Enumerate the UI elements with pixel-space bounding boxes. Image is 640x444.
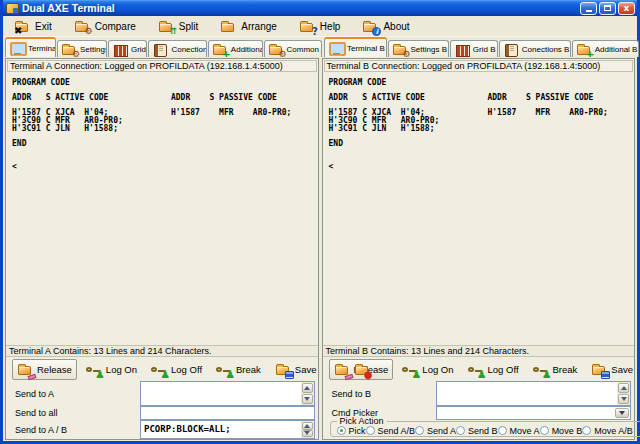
radio-label: Move A — [510, 426, 540, 436]
tab-terminal-a[interactable]: Terminal A — [5, 37, 56, 57]
cmd-picker-dropdown-button[interactable] — [615, 408, 629, 418]
cmd-picker-input[interactable] — [436, 406, 632, 420]
maximize-icon — [604, 5, 611, 11]
send-to-all-label: Send to all — [6, 406, 140, 420]
radio-label: Move B — [552, 426, 583, 436]
window-title: Dual AXE Terminal — [22, 1, 578, 15]
key-on-icon: ♟ — [402, 362, 419, 377]
log-off-a-button[interactable]: ♟Log Off — [146, 359, 207, 380]
folder-plus-icon: + — [576, 42, 593, 57]
tab-conections-b[interactable]: Conections B — [499, 40, 571, 57]
folder-save-icon: ▪ — [275, 362, 292, 377]
scroll-up-button[interactable] — [302, 422, 313, 430]
send-to-b-input[interactable] — [436, 381, 632, 406]
tab-grid-b[interactable]: Grid B — [450, 40, 498, 57]
save-a-button[interactable]: ▪Save — [270, 359, 322, 380]
scroll-up-button[interactable] — [302, 383, 313, 393]
minimize-button[interactable] — [580, 2, 597, 15]
terminal-a-contains-status: Terminal A Contains: 13 Lines and 214 Ch… — [6, 345, 318, 357]
radio-circle-move-b — [540, 426, 549, 435]
pick-action-groupbox: Pick Action PickSend A/BSend ASend BMove… — [330, 421, 640, 437]
scroll-down-button[interactable] — [302, 430, 313, 438]
scroll-down-button[interactable] — [302, 394, 313, 404]
break-a-button-label: Break — [236, 364, 261, 375]
input-value: PCORP:BLOCK=ALL; — [144, 424, 231, 434]
split-button-label: Split — [179, 21, 198, 32]
key-on-icon: ♟ — [86, 362, 103, 377]
radio-pick[interactable]: Pick — [337, 426, 366, 436]
tab-label: Terminal A — [28, 44, 56, 53]
title-bar[interactable]: Dual AXE Terminal x — [3, 0, 637, 16]
log-on-a-button[interactable]: ♟Log On — [81, 359, 142, 380]
tab-grid-a[interactable]: Grid A — [108, 40, 147, 57]
tab-terminal-b[interactable]: Terminal B — [324, 37, 387, 57]
compare-button-label: Compare — [95, 21, 136, 32]
folder-save-icon: ▪ — [591, 362, 608, 377]
terminal-a-panel: Terminal A Connection: Logged on PROFILD… — [5, 58, 319, 440]
terminal-a-send-rows: Send to ASend to allSend to A / BPCORP:B… — [6, 381, 318, 439]
tab-conections-a[interactable]: Conections A — [148, 40, 206, 57]
grid-icon — [454, 42, 471, 57]
tab-settings-a[interactable]: ⚙Settings A — [57, 40, 107, 57]
tab-additional-a[interactable]: +Additional A — [208, 40, 263, 57]
radio-send-a-b[interactable]: Send A/B — [366, 426, 416, 436]
scroll-down-button[interactable] — [618, 394, 629, 404]
log-on-b-button[interactable]: ♟Log On — [397, 359, 458, 380]
key-break-icon: ♟ — [216, 362, 233, 377]
log-off-b-button[interactable]: ♟Log Off — [463, 359, 524, 380]
tab-settings-b[interactable]: ⚙Settings B — [388, 40, 449, 57]
folder-plus-icon: + — [212, 42, 229, 57]
radio-circle-move-a-b — [582, 426, 591, 435]
radio-circle-pick — [337, 426, 346, 435]
tab-common-ab[interactable]: ⚙Common A/B — [264, 40, 322, 57]
tab-additional-b[interactable]: +Additional B — [572, 40, 639, 57]
save-b-button[interactable]: ▪Save — [586, 359, 638, 380]
save-b-button-label: Save — [611, 364, 633, 375]
radio-send-b[interactable]: Send B — [456, 426, 498, 436]
send-to-a-label: Send to A — [6, 381, 140, 406]
compare-button[interactable]: ⚙Compare — [69, 17, 141, 36]
scroll-down-icon — [304, 431, 310, 438]
release-a-button[interactable]: ▪Release — [12, 359, 77, 380]
folder-x-icon: ✖ — [14, 19, 31, 34]
app-window: Dual AXE Terminal x ✖Exit⚙Compare⇈SplitA… — [0, 0, 640, 444]
break-b-button-label: Break — [553, 364, 578, 375]
radio-send-a[interactable]: Send A — [415, 426, 456, 436]
break-a-button[interactable]: ♟Break — [211, 359, 266, 380]
terminal-a-output[interactable]: PROGRAM CODE ADDR S ACTIVE CODE ADDR S P… — [6, 73, 318, 345]
send-to-all-input[interactable] — [140, 406, 315, 420]
scrollbar[interactable] — [301, 382, 314, 405]
tab-strip-a: Terminal A⚙Settings AGrid AConections A+… — [5, 37, 323, 57]
radio-circle-send-a — [415, 426, 424, 435]
folder-help-icon: ? — [299, 19, 316, 34]
break-b-button[interactable]: ♟Break — [528, 359, 583, 380]
scrollbar[interactable] — [617, 382, 630, 405]
radio-move-a[interactable]: Move A — [498, 426, 540, 436]
scroll-up-button[interactable] — [618, 383, 629, 393]
scrollbar[interactable] — [301, 421, 314, 438]
split-button[interactable]: ⇈Split — [153, 17, 203, 36]
chevron-down-icon — [619, 411, 625, 418]
folder-plain-icon — [220, 19, 237, 34]
folder-info-icon: i — [362, 19, 379, 34]
send-row-send-to-all: Send to all — [6, 406, 318, 420]
radio-move-a-b[interactable]: Move A/B — [582, 426, 633, 436]
tab-label: Common A/B — [287, 45, 322, 54]
book-icon — [503, 42, 520, 57]
send-to-a-b-input[interactable]: PCORP:BLOCK=ALL; — [140, 420, 315, 439]
close-button[interactable]: x — [618, 2, 635, 15]
about-button[interactable]: iAbout — [357, 17, 414, 36]
terminal-b-output[interactable]: PROGRAM CODE ADDR S ACTIVE CODE ADDR S P… — [323, 73, 635, 345]
exit-button[interactable]: ✖Exit — [9, 17, 57, 36]
send-to-a-input[interactable] — [140, 381, 315, 406]
arrange-button[interactable]: Arrange — [215, 17, 282, 36]
folder-gears-icon: ⚙ — [61, 42, 78, 57]
folder-eraser-icon: ▪ — [334, 362, 351, 377]
maximize-button[interactable] — [599, 2, 616, 15]
scroll-up-icon — [621, 383, 627, 390]
help-button-label: Help — [320, 21, 341, 32]
help-button[interactable]: ?Help — [294, 17, 346, 36]
scroll-up-icon — [304, 383, 310, 390]
terminal-b-connection-status: Terminal B Connection: Logged on PROFILD… — [324, 60, 634, 72]
radio-move-b[interactable]: Move B — [540, 426, 583, 436]
